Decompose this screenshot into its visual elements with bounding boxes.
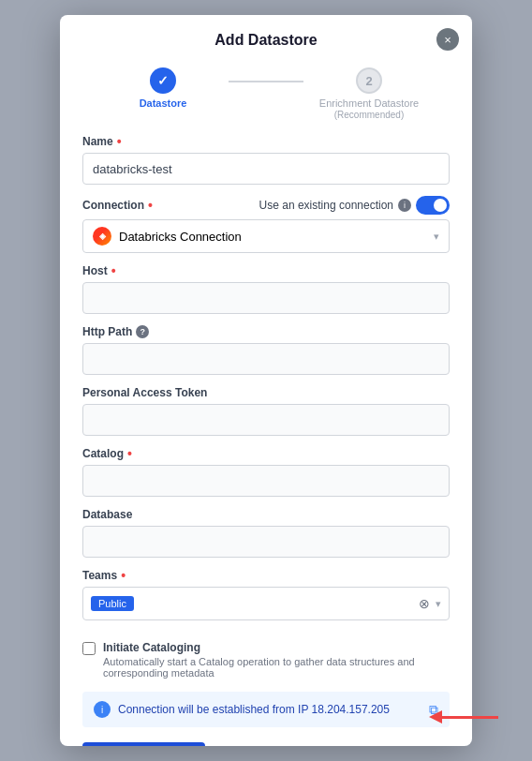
database-label: Database — [82, 508, 450, 521]
ip-info-icon: i — [94, 701, 111, 718]
pat-input[interactable] — [82, 404, 450, 436]
host-group: Host • — [82, 264, 450, 314]
host-input[interactable] — [82, 282, 450, 314]
catalog-input[interactable] — [82, 465, 450, 497]
initiate-cataloging-label: Initiate Cataloging — [103, 641, 450, 654]
database-group: Database — [82, 508, 450, 558]
connection-row: Connection • Use an existing connection … — [82, 196, 450, 215]
teams-required: • — [121, 569, 126, 582]
connection-select[interactable]: ◈ Databricks Connection ▾ — [82, 219, 450, 253]
ip-info-text: Connection will be established from IP 1… — [118, 703, 421, 716]
close-button[interactable]: × — [436, 28, 459, 51]
name-required: • — [117, 135, 122, 148]
teams-clear-icon[interactable]: ⊗ — [419, 596, 430, 611]
step-datastore-label: Datastore — [140, 97, 187, 109]
use-existing-toggle[interactable] — [416, 196, 450, 215]
modal-header: Add Datastore × — [60, 15, 472, 58]
http-path-info-icon[interactable]: ? — [136, 325, 149, 338]
name-input[interactable] — [82, 153, 450, 185]
initiate-cataloging-row: Initiate Cataloging Automatically start … — [82, 632, 450, 684]
host-required: • — [111, 264, 116, 277]
teams-group: Teams • Public ⊗ ▾ — [82, 569, 450, 620]
http-path-group: Http Path ? — [82, 325, 450, 375]
teams-dropdown-arrow: ▾ — [436, 598, 441, 610]
use-existing-label: Use an existing connection i — [259, 196, 450, 215]
use-existing-info-icon[interactable]: i — [398, 199, 411, 212]
catalog-group: Catalog • — [82, 447, 450, 497]
ip-info-banner: i Connection will be established from IP… — [82, 692, 450, 727]
http-path-label: Http Path ? — [82, 325, 450, 338]
catalog-required: • — [127, 447, 132, 460]
connection-label: Connection • — [82, 199, 153, 212]
step-datastore-circle: ✓ — [150, 67, 176, 94]
http-path-input[interactable] — [82, 343, 450, 375]
connection-value: Databricks Connection — [119, 230, 242, 244]
step-connector — [229, 81, 303, 82]
teams-label: Teams • — [82, 569, 450, 582]
step-indicator: ✓ Datastore 2 Enrichment Datastore (Reco… — [60, 58, 472, 135]
name-label: Name • — [82, 135, 450, 148]
test-connection-button[interactable]: Test connection — [82, 742, 205, 746]
databricks-icon: ◈ — [93, 227, 111, 246]
database-input[interactable] — [82, 526, 450, 558]
add-datastore-modal: Add Datastore × ✓ Datastore 2 Enrichment… — [60, 15, 472, 746]
connection-group: Connection • Use an existing connection … — [82, 196, 450, 253]
arrow-body — [442, 716, 498, 719]
teams-public-tag: Public — [91, 596, 134, 611]
host-label: Host • — [82, 264, 450, 277]
initiate-cataloging-checkbox[interactable] — [82, 642, 96, 655]
name-group: Name • — [82, 135, 450, 185]
catalog-label: Catalog • — [82, 447, 450, 460]
step-enrichment: 2 Enrichment Datastore (Recommended) — [303, 67, 435, 120]
pat-label: Personal Access Token — [82, 386, 450, 399]
arrow-annotation — [429, 710, 498, 724]
step-enrichment-circle: 2 — [356, 67, 382, 94]
connection-required: • — [148, 199, 153, 212]
modal-title: Add Datastore — [214, 32, 317, 49]
teams-select[interactable]: Public ⊗ ▾ — [82, 587, 450, 620]
step-datastore: ✓ Datastore — [97, 67, 229, 109]
connection-dropdown-arrow: ▾ — [434, 231, 439, 243]
step-enrichment-label: Enrichment Datastore (Recommended) — [319, 97, 419, 120]
modal-body: Name • Connection • Use an existing conn… — [60, 135, 472, 746]
arrow-head — [429, 710, 442, 724]
pat-group: Personal Access Token — [82, 386, 450, 436]
initiate-cataloging-sublabel: Automatically start a Catalog operation … — [103, 656, 450, 679]
